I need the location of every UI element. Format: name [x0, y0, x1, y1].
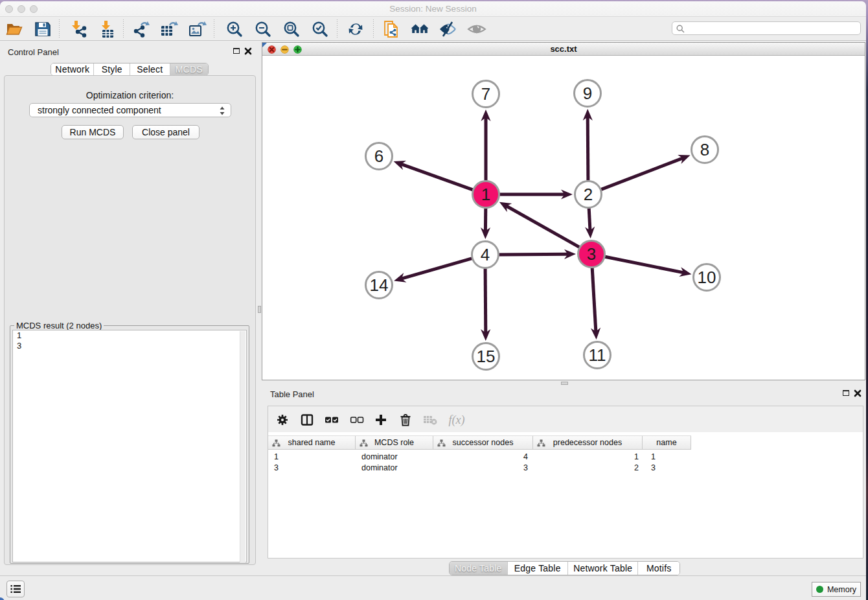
- tab-node-table[interactable]: Node Table: [450, 562, 508, 575]
- save-session-button[interactable]: [32, 19, 53, 40]
- save-session-icon: [34, 20, 52, 38]
- hide-details-button[interactable]: [437, 19, 458, 40]
- graph-edge: [601, 158, 683, 189]
- graph-node-14[interactable]: 14: [366, 272, 393, 299]
- svg-text:11: 11: [589, 345, 606, 365]
- splitter-handle[interactable]: [561, 382, 568, 385]
- graph-node-9[interactable]: 9: [575, 80, 601, 107]
- select-all-icon: [325, 415, 339, 424]
- export-network-button[interactable]: [131, 19, 152, 40]
- svg-text:7: 7: [481, 84, 490, 104]
- column-header-shared-name[interactable]: shared name: [268, 436, 356, 449]
- graph-edge: [506, 206, 579, 248]
- graph-edge: [485, 269, 486, 334]
- graph-node-3[interactable]: 3: [578, 241, 605, 268]
- add-column-button[interactable]: [372, 411, 389, 428]
- table-panel: Table Panel: [262, 386, 866, 575]
- table-settings-button[interactable]: [274, 411, 291, 428]
- open-session-button[interactable]: [4, 19, 25, 40]
- float-panel-button[interactable]: [233, 48, 240, 54]
- graph-edge: [588, 117, 588, 181]
- graph-node-2[interactable]: 2: [575, 181, 602, 208]
- zoom-fit-icon: [282, 20, 301, 38]
- column-type-icon: [437, 439, 446, 447]
- list-item[interactable]: 3: [13, 341, 246, 351]
- run-mcds-button[interactable]: Run MCDS: [62, 125, 124, 139]
- network-frame-title: scc.txt: [262, 44, 865, 54]
- select-all-button[interactable]: [323, 411, 340, 428]
- show-details-button[interactable]: [466, 19, 487, 40]
- close-table-panel-icon[interactable]: [854, 389, 862, 397]
- graph-node-7[interactable]: 7: [473, 81, 499, 108]
- zoom-out-button[interactable]: [253, 19, 273, 40]
- select-chevrons-icon: [218, 106, 227, 116]
- search-input[interactable]: [672, 21, 861, 35]
- tab-network[interactable]: Network: [51, 63, 94, 75]
- export-image-button[interactable]: [187, 19, 208, 40]
- tab-edge-table[interactable]: Edge Table: [508, 562, 568, 575]
- horizontal-splitter[interactable]: [262, 380, 866, 386]
- task-history-button[interactable]: [6, 581, 25, 597]
- graph-node-1[interactable]: 1: [473, 181, 499, 208]
- zoom-in-button[interactable]: [224, 19, 245, 40]
- table-row[interactable]: 3 dominator 3 2 3: [268, 463, 691, 474]
- clone-network-button[interactable]: [382, 19, 402, 40]
- network-graph: 1234678910111415: [262, 56, 865, 380]
- tab-style[interactable]: Style: [94, 63, 130, 75]
- memory-status-icon: [816, 586, 823, 593]
- graph-edge: [589, 209, 590, 231]
- column-header-mcds-role[interactable]: MCDS role: [356, 436, 433, 449]
- scrollbar[interactable]: [240, 331, 246, 562]
- refresh-button[interactable]: [345, 19, 366, 40]
- tab-mcds[interactable]: MCDS: [170, 63, 209, 75]
- tab-network-table[interactable]: Network Table: [568, 562, 638, 575]
- graph-node-10[interactable]: 10: [694, 264, 720, 291]
- graph-edge: [605, 257, 684, 273]
- import-table-button[interactable]: [97, 19, 118, 40]
- delete-icon: [400, 413, 411, 426]
- vertical-splitter[interactable]: [257, 41, 262, 575]
- function-builder-button[interactable]: f(x): [446, 411, 468, 428]
- table-row[interactable]: 1 dominator 4 1 1: [268, 452, 691, 463]
- deselect-all-button[interactable]: [348, 411, 365, 428]
- network-frame-titlebar: scc.txt: [262, 43, 865, 56]
- list-item[interactable]: 1: [13, 330, 246, 341]
- float-table-panel-button[interactable]: [843, 390, 849, 396]
- mcds-result-list[interactable]: 1 3: [12, 330, 247, 562]
- graph-node-6[interactable]: 6: [366, 143, 393, 170]
- graph-node-15[interactable]: 15: [473, 343, 499, 370]
- delete-table-button[interactable]: [422, 411, 439, 428]
- hide-details-icon: [437, 19, 458, 40]
- graph-node-8[interactable]: 8: [692, 137, 718, 163]
- tab-select[interactable]: Select: [130, 63, 170, 75]
- column-header-name[interactable]: name: [643, 436, 691, 449]
- control-panel-title: Control Panel: [8, 47, 59, 57]
- import-network-icon: [69, 19, 89, 39]
- delete-column-button[interactable]: [397, 411, 414, 428]
- graph-node-4[interactable]: 4: [472, 242, 499, 268]
- zoom-selected-button[interactable]: [310, 19, 330, 40]
- tab-motifs[interactable]: Motifs: [638, 562, 680, 575]
- svg-text:2: 2: [584, 185, 593, 204]
- network-canvas[interactable]: 1234678910111415: [262, 56, 865, 380]
- criterion-select[interactable]: strongly connected component: [29, 103, 231, 117]
- toolbar-separator: [214, 19, 214, 38]
- export-table-icon: [159, 19, 179, 39]
- column-header-predecessor-nodes[interactable]: predecessor nodes: [533, 436, 643, 449]
- deselect-all-icon: [350, 415, 364, 424]
- graph-edge: [401, 164, 473, 190]
- export-table-button[interactable]: [159, 19, 179, 40]
- column-header-successor-nodes[interactable]: successor nodes: [433, 436, 533, 449]
- import-network-button[interactable]: [69, 19, 89, 40]
- zoom-fit-button[interactable]: [281, 19, 302, 40]
- graph-edge: [592, 268, 596, 332]
- graph-node-11[interactable]: 11: [584, 342, 611, 369]
- column-view-button[interactable]: [299, 411, 315, 428]
- open-session-icon: [5, 19, 24, 39]
- memory-button[interactable]: Memory: [812, 582, 861, 597]
- close-panel-icon[interactable]: [244, 47, 252, 55]
- splitter-handle[interactable]: [258, 306, 261, 313]
- close-panel-button[interactable]: Close panel: [132, 125, 200, 139]
- layout-button[interactable]: [409, 19, 430, 40]
- status-bar: Memory: [0, 575, 866, 600]
